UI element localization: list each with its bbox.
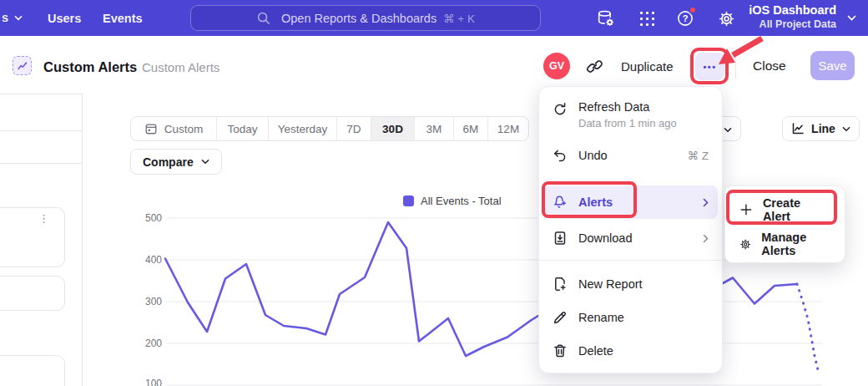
search-input[interactable]: Open Reports & Dashboards ⌘ + K (190, 5, 541, 31)
chevron-down-icon (842, 126, 850, 132)
nav-cutoff-label: s (2, 11, 8, 24)
date-range-control: Custom Today Yesterday 7D 30D 3M 6M 12M (130, 116, 529, 141)
nav-item-users[interactable]: Users (48, 12, 81, 25)
left-panel-divider (82, 94, 83, 386)
submenu-item-label: Create Alert (763, 196, 830, 223)
range-label: 7D (346, 123, 361, 135)
range-label: 30D (382, 123, 403, 135)
chevron-down-icon (201, 159, 209, 165)
chevron-down-icon (724, 127, 732, 133)
more-button[interactable]: ••• (695, 53, 724, 80)
compare-label: Compare (143, 155, 194, 169)
header-divider (735, 53, 736, 79)
range-yesterday[interactable]: Yesterday (268, 117, 336, 140)
app-window: 500 400 300 200 100 All Events - Total ⋮… (0, 0, 868, 386)
new-report-icon (553, 277, 568, 292)
range-label: Custom (164, 123, 204, 135)
submenu-item-create-alert[interactable]: Create Alert (729, 194, 840, 226)
menu-item-label: Alerts (578, 196, 613, 209)
legend-swatch (403, 196, 414, 206)
chevron-right-icon (703, 234, 709, 243)
panel-card[interactable] (0, 355, 65, 386)
range-30d-selected[interactable]: 30D (371, 117, 414, 140)
nav-item-boards-cutoff[interactable]: s (2, 11, 23, 24)
menu-item-label: New Report (578, 277, 643, 291)
project-selector[interactable]: iOS Dashboard All Project Data (749, 3, 836, 30)
menu-item-label: Delete (578, 344, 613, 358)
menu-item-shortcut: ⌘ Z (688, 149, 709, 162)
chevron-down-icon (847, 15, 856, 21)
calendar-icon (144, 122, 158, 135)
link-icon (586, 58, 603, 75)
menu-item-rename[interactable]: Rename (543, 302, 718, 333)
mini-line-chart-icon (17, 60, 28, 72)
chevron-right-icon (703, 198, 709, 207)
bell-plus-icon (553, 195, 568, 210)
report-type-icon (13, 56, 32, 75)
y-axis-tick: 400 (132, 254, 162, 266)
project-scope: All Project Data (749, 18, 836, 30)
range-today[interactable]: Today (216, 117, 268, 140)
chart-type-label: Line (811, 122, 835, 135)
line-chart-icon (791, 122, 805, 135)
left-panel-row-divider (0, 163, 82, 164)
kebab-icon[interactable]: ⋮ (38, 216, 49, 221)
svg-text:?: ? (683, 13, 689, 23)
range-label: 6M (463, 123, 479, 135)
menu-item-label: Refresh Data (578, 100, 677, 114)
trash-icon (553, 343, 568, 358)
range-6m[interactable]: 6M (453, 117, 487, 140)
breadcrumb[interactable]: Custom Alerts (142, 60, 220, 74)
menu-item-new-report[interactable]: New Report (543, 268, 718, 300)
panel-card[interactable]: ⋮ (0, 207, 65, 267)
range-custom[interactable]: Custom (131, 117, 216, 140)
alerts-submenu: Create Alert Manage Alerts (724, 185, 845, 263)
pencil-icon (553, 310, 568, 325)
menu-item-refresh-data[interactable]: Refresh Data Data from 1 min ago (543, 94, 718, 138)
menu-item-download[interactable]: Download (543, 222, 718, 254)
undo-icon (553, 148, 568, 163)
range-12m[interactable]: 12M (487, 117, 528, 140)
data-management-button[interactable] (594, 8, 616, 29)
notification-dot (689, 6, 697, 14)
refresh-icon (553, 102, 568, 117)
save-button[interactable]: Save (810, 51, 855, 80)
range-7d[interactable]: 7D (336, 117, 371, 140)
menu-divider (539, 260, 722, 261)
legend-label: All Events - Total (421, 195, 502, 207)
menu-item-undo[interactable]: Undo ⌘ Z (543, 140, 718, 171)
download-icon (553, 231, 568, 246)
y-axis-tick: 500 (132, 212, 162, 224)
grid-icon (639, 11, 655, 27)
range-label: 3M (426, 123, 442, 135)
submenu-item-manage-alerts[interactable]: Manage Alerts (729, 228, 840, 260)
range-3m[interactable]: 3M (414, 117, 453, 140)
share-link-button[interactable] (586, 58, 603, 75)
menu-item-label: Undo (578, 149, 608, 162)
range-label: 12M (497, 123, 519, 135)
chevron-down-icon (14, 15, 23, 21)
chart-type-button[interactable]: Line (782, 116, 860, 141)
left-panel-row-divider (0, 94, 82, 94)
menu-item-delete[interactable]: Delete (543, 335, 718, 367)
project-name: iOS Dashboard (749, 3, 836, 17)
nav-item-events[interactable]: Events (103, 12, 143, 25)
apps-grid-button[interactable] (636, 8, 658, 29)
range-label: Today (227, 123, 257, 135)
page-title: Custom Alerts (43, 59, 137, 75)
close-button[interactable]: Close (753, 58, 786, 74)
context-menu: Refresh Data Data from 1 min ago Undo ⌘ … (538, 86, 723, 373)
menu-item-label: Download (578, 231, 633, 245)
panel-card[interactable] (0, 276, 65, 311)
y-axis-tick: 200 (132, 338, 162, 349)
menu-item-alerts[interactable]: Alerts (543, 185, 718, 219)
left-panel-row-divider (0, 130, 82, 131)
gear-icon (739, 237, 751, 251)
menu-item-label: Rename (578, 311, 624, 324)
help-button[interactable]: ? (674, 8, 696, 29)
compare-button[interactable]: Compare (130, 149, 222, 175)
avatar[interactable]: GV (543, 53, 570, 79)
submenu-item-label: Manage Alerts (761, 231, 830, 257)
duplicate-button[interactable]: Duplicate (621, 59, 674, 74)
settings-button[interactable] (715, 8, 737, 29)
